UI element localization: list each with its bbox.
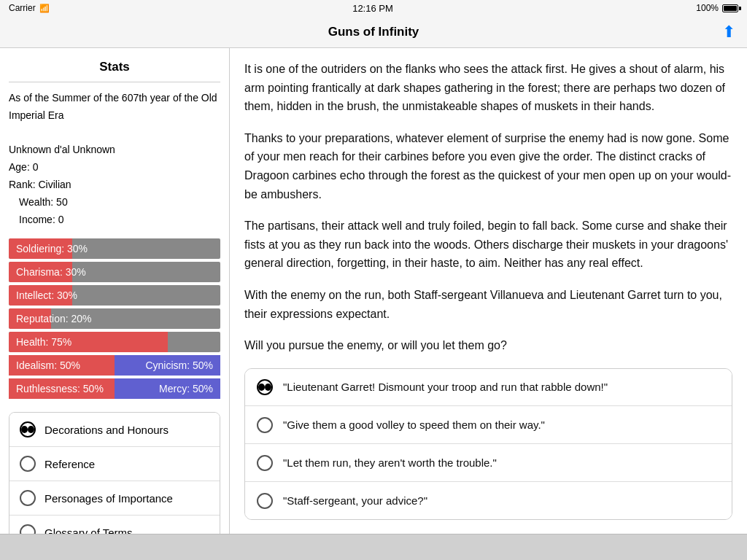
story-question: Will you pursue the enemy, or will you l… xyxy=(244,336,732,355)
choice-radio-2 xyxy=(257,417,273,433)
choice-1[interactable]: "Lieutenant Garret! Dismount your troop … xyxy=(245,369,732,406)
choice-radio-1 xyxy=(257,379,273,395)
choice-1-label: "Lieutenant Garret! Dismount your troop … xyxy=(283,381,608,393)
health-bar-row: Health: 75% xyxy=(9,332,220,352)
option-personages[interactable]: Personages of Importance xyxy=(9,481,220,516)
status-left: Carrier 📶 xyxy=(9,3,50,13)
soldiering-label: Soldiering: 30% xyxy=(16,243,88,254)
status-bar: Carrier 📶 12:16 PM 100% xyxy=(0,0,747,16)
choice-4[interactable]: "Staff-sergeant, your advice?" xyxy=(245,483,732,519)
app-title: Guns of Infinity xyxy=(328,25,419,39)
story-panel: It is one of the outriders on the flanks… xyxy=(230,48,747,534)
battery-fill xyxy=(724,6,737,11)
choice-2-label: "Give them a good volley to speed them o… xyxy=(283,419,545,431)
cynicism-fill: Cynicism: 50% xyxy=(115,355,220,376)
intellect-label: Intellect: 30% xyxy=(16,289,77,301)
battery-percent: 100% xyxy=(696,3,719,13)
reputation-bar-bg: Reputation: 20% xyxy=(9,308,220,329)
stats-title: Stats xyxy=(9,55,220,82)
ruthlessness-fill: Ruthlessness: 50% xyxy=(9,378,115,399)
stats-panel: Stats As of the Summer of the 607th year… xyxy=(0,48,230,534)
option-decorations-label: Decorations and Honours xyxy=(44,424,169,436)
soldiering-bar-bg: Soldiering: 30% xyxy=(9,238,220,259)
idealism-label: Idealism: 50% xyxy=(16,359,80,371)
choice-radio-4 xyxy=(257,493,273,509)
option-reference-label: Reference xyxy=(44,458,95,470)
mercy-fill: Mercy: 50% xyxy=(115,378,220,399)
character-description: As of the Summer of the 607th year of th… xyxy=(9,90,220,125)
charisma-bar-bg: Charisma: 30% xyxy=(9,262,220,282)
status-time: 12:16 PM xyxy=(352,3,393,14)
option-glossary-label: Glossary of Terms xyxy=(44,526,133,534)
character-info: As of the Summer of the 607th year of th… xyxy=(9,90,220,228)
option-reference[interactable]: Reference xyxy=(9,447,220,481)
radio-decorations xyxy=(20,421,36,438)
story-paragraph-1: It is one of the outriders on the flanks… xyxy=(244,60,732,116)
wifi-icon: 📶 xyxy=(39,4,50,13)
health-bar-bg: Health: 75% xyxy=(9,332,220,352)
mercy-label: Mercy: 50% xyxy=(159,383,213,394)
character-name: Unknown d'al Unknown xyxy=(9,141,220,159)
character-rank: Rank: Civilian xyxy=(9,176,220,194)
charisma-bar-row: Charisma: 30% xyxy=(9,262,220,282)
choice-4-label: "Staff-sergeant, your advice?" xyxy=(283,494,427,507)
choice-3-label: "Let them run, they aren't worth the tro… xyxy=(283,456,497,469)
options-list: Decorations and Honours Reference Person… xyxy=(9,412,220,534)
status-right: 100% xyxy=(696,3,738,13)
radio-glossary xyxy=(20,524,36,534)
choice-3[interactable]: "Let them run, they aren't worth the tro… xyxy=(245,445,732,482)
radio-reference xyxy=(20,456,36,472)
option-glossary[interactable]: Glossary of Terms xyxy=(9,516,220,534)
intellect-bar-row: Intellect: 30% xyxy=(9,285,220,306)
idealism-fill: Idealism: 50% xyxy=(9,355,115,376)
health-label: Health: 75% xyxy=(16,336,71,348)
carrier-label: Carrier xyxy=(9,3,36,13)
option-personages-label: Personages of Importance xyxy=(44,492,173,505)
app-header: Guns of Infinity ⬆ xyxy=(0,16,747,48)
stat-bars: Soldiering: 30% Charisma: 30% Intellect:… xyxy=(9,238,220,399)
story-paragraph-2: Thanks to your preparations, whatever el… xyxy=(244,129,732,203)
share-button[interactable]: ⬆ xyxy=(722,23,735,42)
soldiering-bar-row: Soldiering: 30% xyxy=(9,238,220,259)
charisma-label: Charisma: 30% xyxy=(16,266,86,278)
story-paragraph-3: The partisans, their attack well and tru… xyxy=(244,217,732,273)
story-paragraph-4: With the enemy on the run, both Staff-se… xyxy=(244,286,732,323)
choice-radio-3 xyxy=(257,455,273,471)
choice-2[interactable]: "Give them a good volley to speed them o… xyxy=(245,407,732,444)
ruthlessness-label: Ruthlessness: 50% xyxy=(16,383,104,394)
character-income: Income: 0 xyxy=(9,211,220,229)
radio-personages xyxy=(20,490,36,506)
bottom-bar xyxy=(0,534,747,560)
ruthlessness-mercy-bar: Ruthlessness: 50% Mercy: 50% xyxy=(9,378,220,399)
idealism-cynicism-row: Idealism: 50% Cynicism: 50% xyxy=(9,355,220,376)
idealism-cynicism-bar: Idealism: 50% Cynicism: 50% xyxy=(9,355,220,376)
ruthlessness-mercy-row: Ruthlessness: 50% Mercy: 50% xyxy=(9,378,220,399)
app-container: Guns of Infinity ⬆ Stats As of the Summe… xyxy=(0,16,747,560)
intellect-bar-bg: Intellect: 30% xyxy=(9,285,220,306)
reputation-bar-row: Reputation: 20% xyxy=(9,308,220,329)
character-wealth: Wealth: 50 xyxy=(9,194,220,211)
battery-icon xyxy=(722,4,738,12)
option-decorations[interactable]: Decorations and Honours xyxy=(9,413,220,447)
choices-list: "Lieutenant Garret! Dismount your troop … xyxy=(244,368,732,520)
main-content: Stats As of the Summer of the 607th year… xyxy=(0,48,747,534)
cynicism-label: Cynicism: 50% xyxy=(145,359,213,371)
reputation-label: Reputation: 20% xyxy=(16,313,92,324)
character-age: Age: 0 xyxy=(9,159,220,176)
